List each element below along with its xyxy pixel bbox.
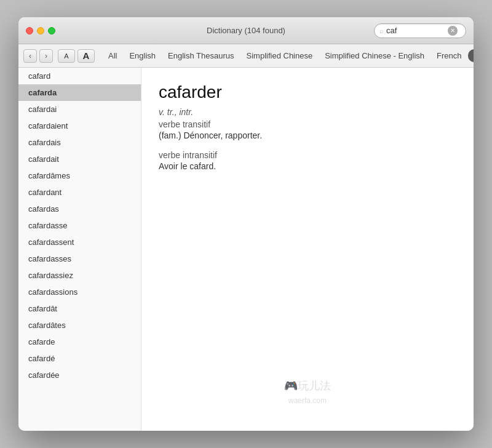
traffic-lights (26, 27, 55, 34)
detail-panel: cafarder v. tr., intr. verbe transitif (… (141, 68, 474, 431)
sidebar-item[interactable]: cafardait (18, 151, 141, 167)
titlebar-right: ⌕ ✕ (374, 23, 466, 38)
sidebar-item[interactable]: cafard (18, 68, 141, 84)
main-content: cafardcafardacafardaicafardaientcafardai… (18, 68, 474, 431)
sidebar-item[interactable]: cafardaient (18, 118, 141, 134)
search-icon: ⌕ (379, 27, 384, 34)
font-small-button[interactable]: A (58, 49, 75, 63)
sidebar-item[interactable]: cafardâtes (18, 317, 141, 334)
search-box[interactable]: ⌕ ✕ (374, 23, 466, 38)
sidebar-item[interactable]: cafardé (18, 350, 141, 367)
sidebar-item[interactable]: cafardassiez (18, 267, 141, 284)
tab-french[interactable]: French (430, 49, 467, 63)
tab-english-thesaurus[interactable]: English Thesaurus (162, 49, 240, 63)
minimize-button[interactable] (37, 27, 44, 34)
word-section-intransitive: verbe intransitif Avoir le cafard. (159, 150, 456, 171)
maximize-button[interactable] (48, 27, 55, 34)
sidebar-item[interactable]: cafarde (18, 334, 141, 350)
word-def-text: Dénoncer, rapporter. (183, 130, 262, 140)
tab-all[interactable]: All (102, 49, 123, 63)
sidebar-item[interactable]: cafarda (18, 84, 141, 101)
sidebar-item[interactable]: cafardassent (18, 234, 141, 250)
sidebar-item[interactable]: cafardant (18, 184, 141, 201)
tab-simplified-chinese-english[interactable]: Simplified Chinese - English (319, 49, 430, 63)
app-window: Dictionary (104 found) ⌕ ✕ ‹ › A A All E… (18, 17, 474, 431)
word-label-intransitive: verbe intransitif (159, 150, 456, 160)
sidebar-item[interactable]: cafardassions (18, 284, 141, 300)
sidebar-item[interactable]: cafardât (18, 300, 141, 317)
word-label-transitive: verbe transitif (159, 119, 456, 129)
search-input[interactable] (386, 26, 448, 35)
nav-arrows: ‹ › (23, 49, 53, 63)
titlebar: Dictionary (104 found) ⌕ ✕ (18, 17, 474, 44)
word-def-transitive: (fam.) Dénoncer, rapporter. (159, 130, 456, 140)
tabs: All English English Thesaurus Simplified… (102, 49, 474, 63)
word-pos: v. tr., intr. (159, 107, 456, 117)
tab-english[interactable]: English (123, 49, 162, 63)
back-button[interactable]: ‹ (23, 49, 37, 63)
sidebar-item[interactable]: cafardais (18, 134, 141, 151)
sidebar-item[interactable]: cafardas (18, 201, 141, 217)
watermark: 🎮玩儿法waerfa.com (284, 378, 331, 406)
sidebar-item[interactable]: cafardâmes (18, 167, 141, 184)
font-large-button[interactable]: A (77, 49, 95, 63)
word-def-intransitive: Avoir le cafard. (159, 161, 456, 171)
word-title: cafarder (159, 82, 456, 102)
window-title: Dictionary (104 found) (207, 26, 285, 35)
forward-button[interactable]: › (39, 49, 53, 63)
font-size-buttons: A A (58, 49, 95, 63)
close-button[interactable] (26, 27, 33, 34)
sidebar-item[interactable]: cafardasse (18, 217, 141, 234)
tab-french-active[interactable]: French (468, 49, 474, 62)
sidebar-item[interactable]: cafardai (18, 101, 141, 118)
sidebar-item[interactable]: cafardée (18, 367, 141, 383)
sidebar: cafardcafardacafardaicafardaientcafardai… (18, 68, 141, 431)
search-clear-button[interactable]: ✕ (448, 26, 458, 36)
sidebar-item[interactable]: cafardasses (18, 250, 141, 267)
navbar: ‹ › A A All English English Thesaurus Si… (18, 44, 474, 68)
tab-simplified-chinese[interactable]: Simplified Chinese (240, 49, 319, 63)
word-def-prefix: (fam.) (159, 130, 183, 140)
